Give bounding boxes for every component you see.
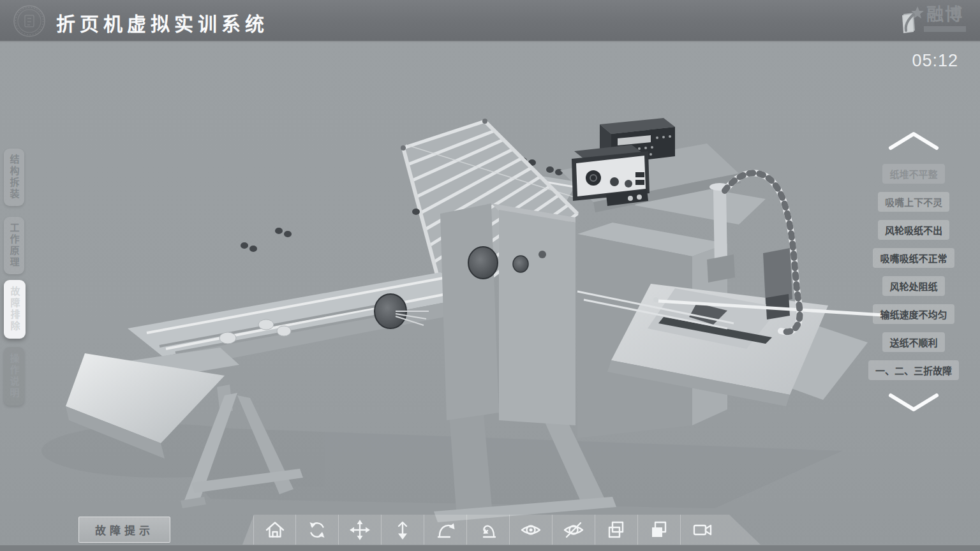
show-eye-icon — [518, 517, 544, 543]
vertical-move-icon — [390, 517, 415, 543]
fault-item-3[interactable]: 风轮吸纸不出 — [878, 220, 949, 240]
brand-subtitle-bar — [924, 26, 966, 32]
brand-name: 融博 — [926, 5, 963, 24]
fault-item-8[interactable]: 一、二、三折故障 — [868, 360, 959, 380]
tool-pan-button[interactable] — [339, 515, 382, 545]
tool-transparency-button[interactable] — [595, 515, 638, 545]
star-page-icon — [898, 5, 924, 33]
tab-label: 操作说明 — [8, 353, 21, 399]
tool-vertical-move-button[interactable] — [382, 515, 424, 545]
pan-icon — [347, 517, 373, 543]
rotate-view-icon — [304, 517, 330, 543]
tool-solid-button[interactable] — [638, 515, 681, 545]
scroll-up-button[interactable] — [887, 129, 940, 151]
fault-item-5[interactable]: 风轮处阻纸 — [882, 276, 944, 296]
home-icon — [262, 517, 288, 543]
tool-camera-button[interactable] — [681, 515, 724, 545]
hide-eye-off-icon — [561, 517, 586, 543]
module-tabs: 结构拆装 工作原理 故障排除 操作说明 — [4, 149, 27, 406]
folding-unit — [375, 203, 575, 425]
tab-label: 工作原理 — [8, 223, 21, 268]
fault-item-6[interactable]: 输纸速度不均匀 — [873, 304, 954, 324]
tool-rotate-right-button[interactable] — [424, 515, 467, 545]
tool-rotate-left-button[interactable] — [467, 515, 510, 545]
fault-hint-button[interactable]: 故障提示 — [78, 517, 170, 543]
app-window: 折页机虚拟实训系统 融博 05:12 结构拆装 工作原理 故障排除 — [0, 0, 980, 551]
machine-3d-model[interactable] — [0, 0, 980, 551]
bottom-strip — [0, 545, 980, 551]
layers-filled-icon — [646, 517, 672, 543]
scroll-down-button[interactable] — [887, 392, 940, 414]
rotate-left-icon — [475, 517, 501, 543]
fault-list-panel: 纸堆不平整 吸嘴上下不灵 风轮吸纸不出 吸嘴吸纸不正常 风轮处阻纸 输纸速度不均… — [864, 129, 963, 414]
rotate-right-icon — [433, 517, 458, 543]
tab-operation-instructions[interactable]: 操作说明 — [4, 347, 24, 406]
tab-label: 结构拆装 — [8, 154, 21, 200]
chevron-up-icon — [887, 129, 940, 151]
layers-outline-icon — [604, 517, 629, 543]
camera-icon — [690, 517, 715, 543]
tool-rotate-view-button[interactable] — [296, 515, 339, 545]
tab-working-principle[interactable]: 工作原理 — [4, 217, 24, 274]
university-seal-icon — [13, 4, 46, 38]
fault-item-4[interactable]: 吸嘴吸纸不正常 — [873, 248, 954, 268]
tool-show-parts-button[interactable] — [510, 515, 553, 545]
tab-structure-disassembly[interactable]: 结构拆装 — [4, 149, 24, 206]
app-title: 折页机虚拟实训系统 — [56, 8, 269, 36]
tab-label: 故障排除 — [8, 286, 22, 332]
chevron-down-icon — [887, 392, 940, 414]
view-toolbar — [242, 515, 761, 545]
fault-item-1[interactable]: 纸堆不平整 — [882, 164, 944, 184]
tab-troubleshooting[interactable]: 故障排除 — [4, 280, 26, 339]
header-bar: 折页机虚拟实训系统 融博 — [0, 0, 980, 42]
fault-item-7[interactable]: 送纸不顺利 — [882, 332, 944, 352]
tool-hide-parts-button[interactable] — [553, 515, 595, 545]
tool-home-button[interactable] — [253, 515, 296, 545]
brand-logo: 融博 — [898, 5, 966, 33]
fault-item-2[interactable]: 吸嘴上下不灵 — [878, 192, 949, 212]
countdown-timer: 05:12 — [912, 51, 958, 71]
